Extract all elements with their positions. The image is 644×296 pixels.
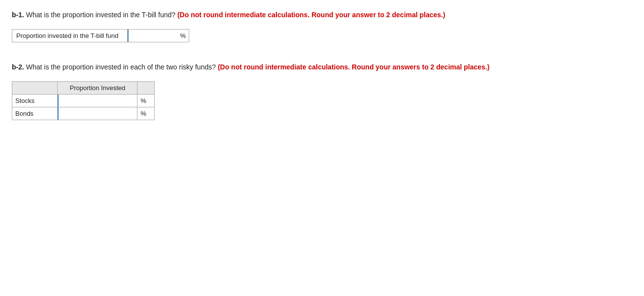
b1-question-text: b-1. What is the proportion invested in … (12, 10, 632, 20)
b1-block: b-1. What is the proportion invested in … (12, 10, 632, 42)
b1-input-label: Proportion invested in the T-bill fund (12, 30, 128, 42)
b1-question-red: (Do not round intermediate calculations.… (177, 11, 445, 19)
b2-block: b-2. What is the proportion invested in … (12, 62, 632, 120)
b2-table: Proportion Invested Stocks % Bonds % (12, 81, 155, 120)
b2-question-bold: b-2. (12, 63, 24, 71)
stocks-unit: % (137, 95, 155, 107)
b2-table-unit-header (137, 82, 155, 95)
b1-question-bold: b-1. (12, 11, 24, 19)
b1-question-normal: What is the proportion invested in the T… (24, 11, 177, 19)
table-row: Stocks % (12, 95, 155, 107)
bonds-input-field[interactable] (58, 107, 137, 120)
b2-question-text: b-2. What is the proportion invested in … (12, 62, 632, 72)
stocks-input-cell (58, 95, 137, 107)
b2-question-red: (Do not round intermediate calculations.… (218, 63, 490, 71)
b1-input-field[interactable] (128, 30, 177, 42)
bonds-unit: % (137, 107, 155, 120)
b1-input-row: Proportion invested in the T-bill fund % (12, 29, 189, 42)
bonds-input-cell (58, 107, 137, 120)
table-row: Bonds % (12, 107, 155, 120)
stocks-label: Stocks (12, 95, 58, 107)
b2-table-header: Proportion Invested (58, 82, 137, 95)
b1-unit: % (177, 30, 189, 42)
stocks-input-field[interactable] (58, 95, 137, 107)
b2-table-empty-header (12, 82, 58, 95)
b2-question-normal: What is the proportion invested in each … (24, 63, 218, 71)
bonds-label: Bonds (12, 107, 58, 120)
